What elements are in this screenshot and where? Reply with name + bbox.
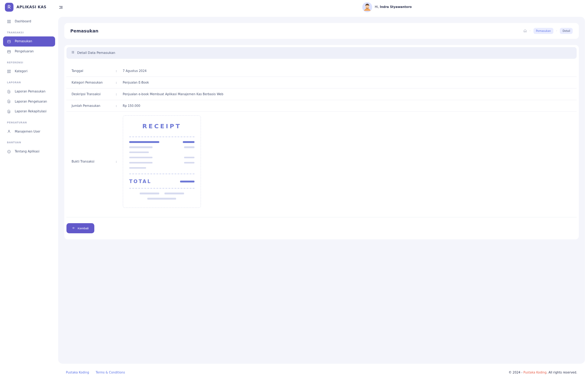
sidebar-item-kategori[interactable]: Kategori <box>3 66 55 77</box>
sidebar-group-transaksi: TRANSAKSI <box>3 27 55 37</box>
svg-rect-7 <box>9 70 11 71</box>
income-icon <box>7 39 11 43</box>
sidebar-item-pemasukan[interactable]: Pemasukan <box>3 36 55 47</box>
sidebar-item-label: Pemasukan <box>15 39 32 43</box>
back-button[interactable]: Kembali <box>66 223 94 233</box>
receipt-line <box>129 141 194 143</box>
sidebar-item-label: Pengeluaran <box>15 49 34 54</box>
divider <box>66 217 417 217</box>
receipt-line <box>129 167 194 169</box>
category-icon <box>7 69 11 74</box>
receipt-line <box>129 146 194 148</box>
divider <box>129 137 194 137</box>
separator: : <box>112 100 120 112</box>
sidebar-item-tentang[interactable]: Tentang Aplikasi <box>3 147 55 157</box>
sidebar-item-label: Tentang Aplikasi <box>15 149 40 154</box>
table-row: Kategori Pemasukan : Penjualan E-Book <box>66 77 417 88</box>
table-row: Jumlah Pemasukan : Rp 150.000 <box>66 100 417 112</box>
receipt-title: RECEIPT <box>142 122 181 131</box>
receipt-line <box>129 162 194 164</box>
card-body: Tanggal : 7 Agustus 2024 Kategori Pemasu… <box>64 61 417 217</box>
user-menu[interactable]: Hi, Indra Styawantoro <box>362 2 412 12</box>
card-actions: Kembali <box>64 217 417 239</box>
content-area: Pemasukan Pemasukan Detail Detail Data P… <box>58 17 417 268</box>
list-icon <box>71 51 74 55</box>
menu-icon <box>58 5 63 10</box>
divider <box>129 188 194 189</box>
detail-table: Tanggal : 7 Agustus 2024 Kategori Pemasu… <box>66 65 417 212</box>
sidebar-item-laporan-pemasukan[interactable]: Laporan Pemasukan <box>3 87 55 97</box>
sidebar-item-label: Kategori <box>15 69 28 73</box>
svg-rect-8 <box>8 72 9 73</box>
sidebar-group-bantuan: BANTUAN <box>3 137 55 147</box>
svg-rect-4 <box>8 22 9 23</box>
receipt-image[interactable]: RECEIPT TOTAL <box>123 115 201 208</box>
svg-point-9 <box>9 72 11 73</box>
sidebar-group-pengaturan: PENGATURAN <box>3 117 55 127</box>
svg-rect-3 <box>9 20 11 21</box>
value-jumlah: Rp 150.000 <box>121 100 417 112</box>
receipt-total-label: TOTAL <box>129 178 152 185</box>
table-row: Bukti Transaksi : RECEIPT <box>66 112 417 212</box>
avatar <box>362 2 372 12</box>
table-row: Deskripsi Transaksi : Penjualan e-book M… <box>66 88 417 100</box>
svg-point-10 <box>9 130 10 132</box>
arrow-left-icon <box>72 226 75 230</box>
value-deskripsi: Penjualan e-book Membuat Aplikasi Manaje… <box>121 88 417 100</box>
value-tanggal: 7 Agustus 2024 <box>121 65 417 77</box>
svg-rect-2 <box>8 20 9 21</box>
separator: : <box>112 77 120 88</box>
label-bukti: Bukti Transaksi <box>66 112 112 212</box>
receipt-line <box>129 193 194 194</box>
report-out-icon <box>7 99 11 104</box>
receipt-line <box>129 198 194 200</box>
divider <box>129 174 194 174</box>
receipt-line <box>129 157 194 159</box>
logo-area[interactable]: APLIKASI KAS <box>5 3 47 11</box>
sidebar-item-laporan-rekapitulasi[interactable]: Laporan Rekapitulasi <box>3 107 55 117</box>
topbar-left: APLIKASI KAS <box>5 3 64 11</box>
svg-rect-6 <box>8 70 9 71</box>
app-name: APLIKASI KAS <box>17 5 47 10</box>
expense-icon <box>7 49 11 54</box>
avatar-icon <box>362 2 372 12</box>
value-bukti: RECEIPT TOTAL <box>121 112 417 212</box>
separator: : <box>112 112 120 212</box>
card-title: Detail Data Pemasukan <box>77 51 115 55</box>
sidebar: Dashboard TRANSAKSI Pemasukan Pengeluara… <box>0 14 58 268</box>
sidebar-item-label: Manajemen User <box>15 129 40 134</box>
sidebar-group-referensi: REFERENSI <box>3 57 55 67</box>
value-kategori: Penjualan E-Book <box>121 77 417 88</box>
sidebar-toggle-button[interactable] <box>58 4 64 10</box>
receipt-total-row: TOTAL <box>129 178 194 185</box>
svg-rect-5 <box>9 22 11 23</box>
label-kategori: Kategori Pemasukan <box>66 77 112 88</box>
sidebar-item-label: Laporan Pemasukan <box>15 89 45 94</box>
back-button-label: Kembali <box>78 227 89 230</box>
sidebar-item-dashboard[interactable]: Dashboard <box>3 17 55 27</box>
sidebar-item-user[interactable]: Manajemen User <box>3 126 55 137</box>
separator: : <box>112 65 120 77</box>
table-row: Tanggal : 7 Agustus 2024 <box>66 65 417 77</box>
sidebar-item-pengeluaran[interactable]: Pengeluaran <box>3 47 55 57</box>
separator: : <box>112 88 120 100</box>
card-header: Detail Data Pemasukan <box>66 47 417 59</box>
sidebar-item-label: Dashboard <box>15 19 31 24</box>
label-deskripsi: Deskripsi Transaksi <box>66 88 112 100</box>
app-logo-icon <box>5 3 13 11</box>
report-recap-icon <box>7 109 11 114</box>
sidebar-group-laporan: LAPORAN <box>3 77 55 87</box>
sidebar-item-label: Laporan Rekapitulasi <box>15 109 47 114</box>
report-in-icon <box>7 89 11 94</box>
user-icon <box>7 129 11 134</box>
user-greeting: Hi, Indra Styawantoro <box>375 5 412 9</box>
info-icon <box>7 149 11 154</box>
page-header: Pemasukan Pemasukan Detail <box>64 23 417 39</box>
sidebar-item-laporan-pengeluaran[interactable]: Laporan Pengeluaran <box>3 96 55 107</box>
username: Indra Styawantoro <box>380 5 412 9</box>
receipt-line <box>129 152 194 153</box>
page-title: Pemasukan <box>70 28 98 34</box>
grid-icon <box>7 19 11 24</box>
detail-card: Detail Data Pemasukan Tanggal : 7 Agustu… <box>64 45 417 239</box>
greeting-prefix: Hi, <box>375 5 380 9</box>
